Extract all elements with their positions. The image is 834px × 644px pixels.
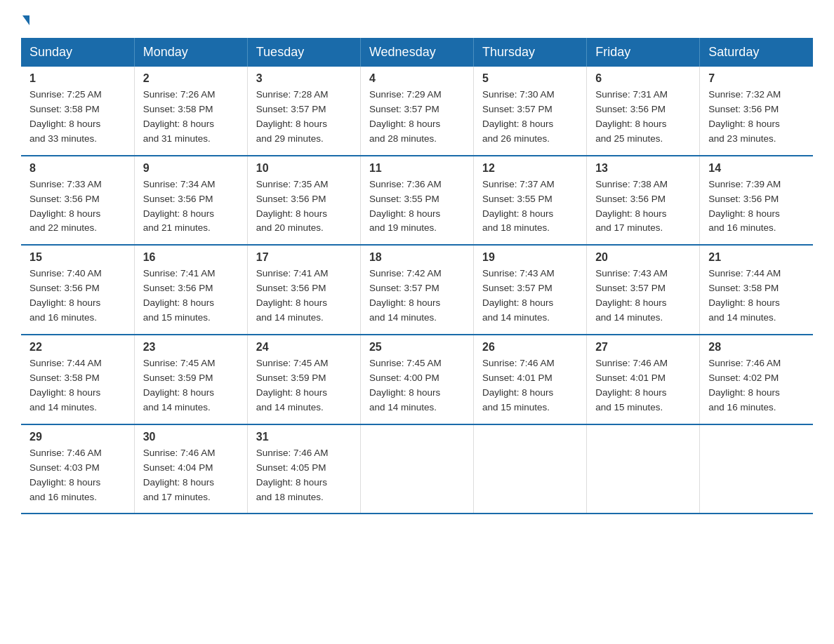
weekday-header-monday: Monday — [134, 38, 247, 67]
day-number: 19 — [482, 251, 578, 264]
day-info: Sunrise: 7:46 AMSunset: 4:02 PMDaylight:… — [708, 356, 805, 415]
day-info: Sunrise: 7:46 AMSunset: 4:01 PMDaylight:… — [595, 356, 691, 415]
day-number: 1 — [29, 72, 126, 85]
calendar-cell: 24Sunrise: 7:45 AMSunset: 3:59 PMDayligh… — [247, 335, 360, 424]
weekday-header-sunday: Sunday — [21, 38, 134, 67]
day-number: 24 — [256, 341, 352, 354]
calendar-cell: 7Sunrise: 7:32 AMSunset: 3:56 PMDaylight… — [700, 67, 813, 156]
day-number: 2 — [143, 72, 239, 85]
day-info: Sunrise: 7:39 AMSunset: 3:56 PMDaylight:… — [708, 177, 805, 236]
calendar-cell: 6Sunrise: 7:31 AMSunset: 3:56 PMDaylight… — [587, 67, 700, 156]
day-info: Sunrise: 7:44 AMSunset: 3:58 PMDaylight:… — [708, 267, 805, 326]
day-info: Sunrise: 7:41 AMSunset: 3:56 PMDaylight:… — [256, 267, 352, 326]
day-info: Sunrise: 7:36 AMSunset: 3:55 PMDaylight:… — [369, 177, 465, 236]
day-info: Sunrise: 7:40 AMSunset: 3:56 PMDaylight:… — [29, 267, 126, 326]
calendar-cell: 22Sunrise: 7:44 AMSunset: 3:58 PMDayligh… — [21, 335, 134, 424]
calendar-cell: 16Sunrise: 7:41 AMSunset: 3:56 PMDayligh… — [134, 245, 247, 335]
day-number: 30 — [143, 431, 239, 443]
day-info: Sunrise: 7:33 AMSunset: 3:56 PMDaylight:… — [29, 177, 126, 236]
logo-triangle-icon — [22, 15, 29, 25]
calendar-week-row: 15Sunrise: 7:40 AMSunset: 3:56 PMDayligh… — [21, 245, 813, 335]
day-number: 3 — [256, 72, 352, 85]
day-info: Sunrise: 7:29 AMSunset: 3:57 PMDaylight:… — [369, 88, 465, 147]
calendar-cell: 15Sunrise: 7:40 AMSunset: 3:56 PMDayligh… — [21, 245, 134, 335]
day-info: Sunrise: 7:35 AMSunset: 3:56 PMDaylight:… — [256, 177, 352, 236]
day-info: Sunrise: 7:28 AMSunset: 3:57 PMDaylight:… — [256, 88, 352, 147]
day-info: Sunrise: 7:42 AMSunset: 3:57 PMDaylight:… — [369, 267, 465, 326]
calendar-cell: 19Sunrise: 7:43 AMSunset: 3:57 PMDayligh… — [474, 245, 587, 335]
day-number: 23 — [143, 341, 239, 354]
day-number: 10 — [256, 162, 352, 175]
calendar-cell: 18Sunrise: 7:42 AMSunset: 3:57 PMDayligh… — [360, 245, 473, 335]
calendar-week-row: 1Sunrise: 7:25 AMSunset: 3:58 PMDaylight… — [21, 67, 813, 156]
weekday-header-friday: Friday — [587, 38, 700, 67]
calendar-cell: 2Sunrise: 7:26 AMSunset: 3:58 PMDaylight… — [134, 67, 247, 156]
calendar-cell — [474, 424, 587, 514]
day-number: 20 — [595, 251, 691, 264]
day-number: 18 — [369, 251, 465, 264]
day-number: 26 — [482, 341, 578, 354]
calendar-week-row: 8Sunrise: 7:33 AMSunset: 3:56 PMDaylight… — [21, 156, 813, 246]
day-number: 12 — [482, 162, 578, 175]
day-info: Sunrise: 7:31 AMSunset: 3:56 PMDaylight:… — [595, 88, 691, 147]
day-info: Sunrise: 7:38 AMSunset: 3:56 PMDaylight:… — [595, 177, 691, 236]
day-number: 21 — [708, 251, 805, 264]
calendar-cell: 20Sunrise: 7:43 AMSunset: 3:57 PMDayligh… — [587, 245, 700, 335]
day-number: 7 — [708, 72, 805, 85]
day-info: Sunrise: 7:46 AMSunset: 4:01 PMDaylight:… — [482, 356, 578, 415]
day-number: 29 — [29, 431, 126, 443]
calendar-week-row: 22Sunrise: 7:44 AMSunset: 3:58 PMDayligh… — [21, 335, 813, 424]
day-info: Sunrise: 7:34 AMSunset: 3:56 PMDaylight:… — [143, 177, 239, 236]
day-number: 16 — [143, 251, 239, 264]
day-number: 25 — [369, 341, 465, 354]
day-info: Sunrise: 7:30 AMSunset: 3:57 PMDaylight:… — [482, 88, 578, 147]
day-info: Sunrise: 7:43 AMSunset: 3:57 PMDaylight:… — [482, 267, 578, 326]
calendar-cell: 14Sunrise: 7:39 AMSunset: 3:56 PMDayligh… — [700, 156, 813, 246]
day-number: 28 — [708, 341, 805, 354]
calendar-cell: 29Sunrise: 7:46 AMSunset: 4:03 PMDayligh… — [21, 424, 134, 514]
weekday-header-thursday: Thursday — [474, 38, 587, 67]
day-info: Sunrise: 7:46 AMSunset: 4:05 PMDaylight:… — [256, 446, 352, 505]
day-number: 5 — [482, 72, 578, 85]
day-info: Sunrise: 7:25 AMSunset: 3:58 PMDaylight:… — [29, 88, 126, 147]
calendar-cell: 11Sunrise: 7:36 AMSunset: 3:55 PMDayligh… — [360, 156, 473, 246]
day-info: Sunrise: 7:45 AMSunset: 3:59 PMDaylight:… — [256, 356, 352, 415]
day-number: 9 — [143, 162, 239, 175]
day-number: 17 — [256, 251, 352, 264]
day-number: 31 — [256, 431, 352, 443]
weekday-header-saturday: Saturday — [700, 38, 813, 67]
day-number: 13 — [595, 162, 691, 175]
logo — [21, 14, 31, 24]
calendar-cell: 17Sunrise: 7:41 AMSunset: 3:56 PMDayligh… — [247, 245, 360, 335]
day-info: Sunrise: 7:37 AMSunset: 3:55 PMDaylight:… — [482, 177, 578, 236]
day-info: Sunrise: 7:45 AMSunset: 4:00 PMDaylight:… — [369, 356, 465, 415]
calendar-cell: 25Sunrise: 7:45 AMSunset: 4:00 PMDayligh… — [360, 335, 473, 424]
day-number: 15 — [29, 251, 126, 264]
page-header — [21, 14, 813, 24]
calendar-cell: 21Sunrise: 7:44 AMSunset: 3:58 PMDayligh… — [700, 245, 813, 335]
calendar-cell: 1Sunrise: 7:25 AMSunset: 3:58 PMDaylight… — [21, 67, 134, 156]
day-info: Sunrise: 7:44 AMSunset: 3:58 PMDaylight:… — [29, 356, 126, 415]
day-number: 6 — [595, 72, 691, 85]
calendar-cell — [587, 424, 700, 514]
weekday-header-wednesday: Wednesday — [360, 38, 473, 67]
day-number: 4 — [369, 72, 465, 85]
calendar-cell: 12Sunrise: 7:37 AMSunset: 3:55 PMDayligh… — [474, 156, 587, 246]
day-info: Sunrise: 7:46 AMSunset: 4:03 PMDaylight:… — [29, 446, 126, 505]
day-info: Sunrise: 7:26 AMSunset: 3:58 PMDaylight:… — [143, 88, 239, 147]
calendar-cell: 31Sunrise: 7:46 AMSunset: 4:05 PMDayligh… — [247, 424, 360, 514]
day-number: 27 — [595, 341, 691, 354]
day-number: 8 — [29, 162, 126, 175]
calendar-cell: 26Sunrise: 7:46 AMSunset: 4:01 PMDayligh… — [474, 335, 587, 424]
day-info: Sunrise: 7:32 AMSunset: 3:56 PMDaylight:… — [708, 88, 805, 147]
calendar-cell — [700, 424, 813, 514]
calendar-cell: 13Sunrise: 7:38 AMSunset: 3:56 PMDayligh… — [587, 156, 700, 246]
calendar-cell: 23Sunrise: 7:45 AMSunset: 3:59 PMDayligh… — [134, 335, 247, 424]
day-info: Sunrise: 7:46 AMSunset: 4:04 PMDaylight:… — [143, 446, 239, 505]
weekday-header-row: SundayMondayTuesdayWednesdayThursdayFrid… — [21, 38, 813, 67]
day-info: Sunrise: 7:45 AMSunset: 3:59 PMDaylight:… — [143, 356, 239, 415]
weekday-header-tuesday: Tuesday — [247, 38, 360, 67]
calendar-table: SundayMondayTuesdayWednesdayThursdayFrid… — [21, 38, 813, 514]
calendar-cell: 9Sunrise: 7:34 AMSunset: 3:56 PMDaylight… — [134, 156, 247, 246]
calendar-cell — [360, 424, 473, 514]
